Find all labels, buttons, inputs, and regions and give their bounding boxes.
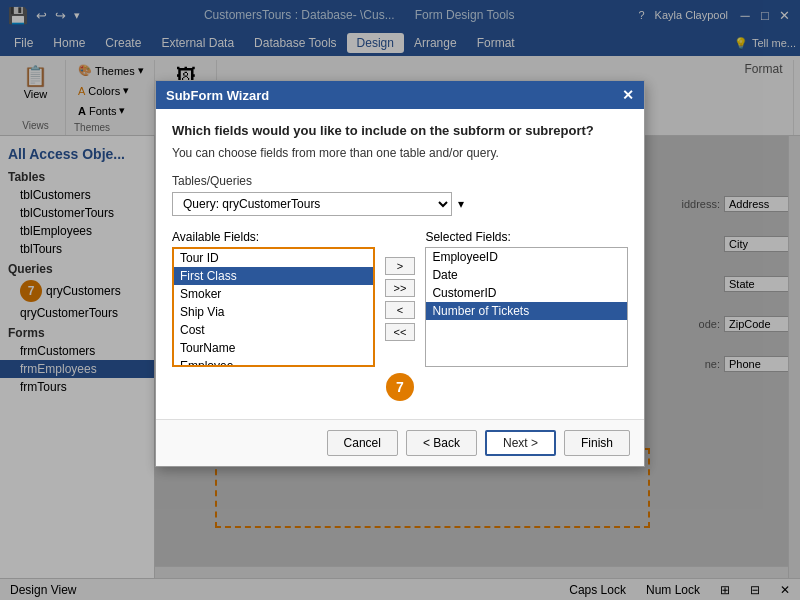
available-field-shipvia[interactable]: Ship Via	[174, 303, 373, 321]
finish-button[interactable]: Finish	[564, 430, 630, 456]
back-button[interactable]: < Back	[406, 430, 477, 456]
dialog-subtitle: Which fields would you like to include o…	[172, 123, 628, 138]
dialog-description: You can choose fields from more than one…	[172, 146, 628, 160]
available-field-tourname[interactable]: TourName	[174, 339, 373, 357]
cancel-button[interactable]: Cancel	[327, 430, 398, 456]
subform-wizard-dialog: SubForm Wizard ✕ Which fields would you …	[155, 80, 645, 467]
available-field-firstclass[interactable]: First Class	[174, 267, 373, 285]
dialog-title-bar: SubForm Wizard ✕	[156, 81, 644, 109]
dialog-overlay: SubForm Wizard ✕ Which fields would you …	[0, 0, 800, 600]
selected-fields-label: Selected Fields:	[425, 230, 628, 244]
available-fields-list[interactable]: Tour ID First Class Smoker Ship Via Cost…	[172, 247, 375, 367]
selected-field-employeeid[interactable]: EmployeeID	[426, 248, 627, 266]
dialog-step-badge: 7	[386, 373, 414, 401]
fields-area: Available Fields: Tour ID First Class Sm…	[172, 230, 628, 367]
selected-fields-container: Selected Fields: EmployeeID Date Custome…	[425, 230, 628, 367]
next-button[interactable]: Next >	[485, 430, 556, 456]
add-all-fields-btn[interactable]: >>	[385, 279, 416, 297]
remove-field-btn[interactable]: <	[385, 301, 416, 319]
tables-queries-select[interactable]: Query: qryCustomerTours	[172, 192, 452, 216]
available-field-employee[interactable]: Employee	[174, 357, 373, 367]
available-field-cost[interactable]: Cost	[174, 321, 373, 339]
available-fields-label: Available Fields:	[172, 230, 375, 244]
available-field-smoker[interactable]: Smoker	[174, 285, 373, 303]
selected-field-tickets[interactable]: Number of Tickets	[426, 302, 627, 320]
available-fields-container: Available Fields: Tour ID First Class Sm…	[172, 230, 375, 367]
available-field-tourid[interactable]: Tour ID	[174, 249, 373, 267]
arrow-buttons: > >> < <<	[383, 230, 418, 367]
remove-all-fields-btn[interactable]: <<	[385, 323, 416, 341]
dialog-content: Which fields would you like to include o…	[156, 109, 644, 419]
tables-queries-label: Tables/Queries	[172, 174, 628, 188]
dialog-title: SubForm Wizard	[166, 88, 269, 103]
query-select-row: Query: qryCustomerTours ▾	[172, 192, 628, 216]
selected-fields-list[interactable]: EmployeeID Date CustomerID Number of Tic…	[425, 247, 628, 367]
selected-field-date[interactable]: Date	[426, 266, 627, 284]
select-dropdown-icon: ▾	[458, 197, 464, 211]
selected-field-customerid[interactable]: CustomerID	[426, 284, 627, 302]
dialog-close-btn[interactable]: ✕	[622, 87, 634, 103]
add-field-btn[interactable]: >	[385, 257, 416, 275]
dialog-footer: Cancel < Back Next > Finish	[156, 419, 644, 466]
